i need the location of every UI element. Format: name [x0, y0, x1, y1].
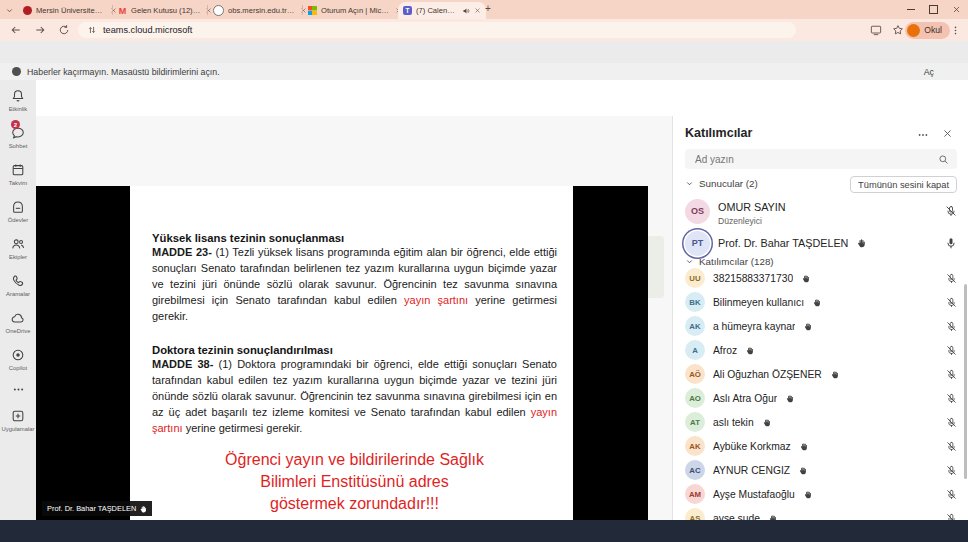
cast-icon[interactable]	[868, 22, 884, 38]
mic-off-icon[interactable]	[946, 345, 957, 356]
windows-taskbar: O X W 15°C Çok bulutlu 14:08 26.02.2026 …	[0, 520, 968, 542]
minimize-button[interactable]	[899, 0, 922, 19]
new-tab-button[interactable]: +	[483, 4, 493, 14]
participant-role: Düzenleyici	[718, 216, 786, 226]
rail-item-activity[interactable]: Etkinlik	[0, 86, 36, 112]
mic-off-icon[interactable]	[946, 441, 957, 452]
rail-item-copilot[interactable]: Copilot	[0, 345, 36, 371]
mersin-favicon	[23, 6, 32, 15]
mic-off-icon[interactable]	[946, 297, 957, 308]
doc-paragraph-madde23: MADDE 23- (1) Tezli yüksek lisans progra…	[152, 244, 557, 324]
raised-hand-icon	[812, 298, 821, 307]
browser-tab-teams-login[interactable]: Oturum Açın | Microsoft Teams	[303, 2, 407, 19]
chat-badge: 2	[11, 120, 20, 129]
close-tab-icon[interactable]	[474, 7, 481, 14]
rail-item-calls[interactable]: Aramalar	[0, 271, 36, 297]
doc-red-note: Öğrenci yayın ve bildirilerinde Sağlık B…	[152, 449, 557, 515]
raised-hand-icon	[139, 505, 147, 513]
mic-off-icon[interactable]	[946, 393, 957, 404]
collapse-chevron-icon[interactable]	[685, 179, 694, 188]
mic-off-icon[interactable]	[946, 273, 957, 284]
avatar: AM	[685, 484, 705, 504]
participant-search-input[interactable]	[693, 153, 938, 166]
participant-row[interactable]: AC AYNUR CENGİZ	[685, 458, 957, 482]
profile-label: Okul	[924, 25, 942, 35]
tab-title: obs.mersin.edu.tr/oibs/index.a	[228, 6, 296, 15]
participant-row[interactable]: AK Aybüke Korkmaz	[685, 434, 957, 458]
raised-hand-icon	[798, 466, 807, 475]
browser-profile-button[interactable]: Okul	[905, 22, 950, 39]
teams-favicon	[403, 6, 412, 15]
forward-button[interactable]	[32, 22, 48, 38]
mic-off-icon[interactable]	[946, 465, 957, 476]
mic-off-icon[interactable]	[945, 205, 957, 217]
rail-item-apps[interactable]: Uygulamalar	[0, 406, 36, 432]
hosts-section-header[interactable]: Sunucular (2)	[685, 178, 758, 189]
participants-panel: Katılımcılar Sunucular (2) Tümünün sesin…	[672, 116, 968, 520]
bell-icon	[11, 89, 25, 103]
tab-search-chevron-icon[interactable]	[5, 6, 14, 15]
avatar: AC	[685, 460, 705, 480]
raised-hand-icon	[762, 418, 771, 427]
participant-row[interactable]: AÖ Ali Oğuzhan ÖZŞENER	[685, 362, 957, 386]
mic-off-icon[interactable]	[946, 321, 957, 332]
info-icon	[12, 67, 21, 76]
meeting-stage-area: EU Ecz. Bil... BD Beyza ... DB Derya ...…	[36, 116, 672, 520]
url-field[interactable]: teams.cloud.microsoft	[78, 22, 796, 38]
browser-menu-icon[interactable]	[948, 22, 964, 38]
participant-name: OMUR SAYIN	[718, 201, 786, 213]
collapse-chevron-icon[interactable]	[685, 257, 694, 266]
tab-audio-icon[interactable]	[462, 7, 470, 15]
browser-tab-gmail[interactable]: M Gelen Kutusu (12) - omursayin	[113, 2, 217, 19]
host-row-bahar-tasdelen[interactable]: PT Prof. Dr. Bahar TAŞDELEN	[685, 228, 957, 258]
notice-enable-link[interactable]: Aç	[924, 67, 934, 77]
participant-name: Aybüke Korkmaz	[713, 441, 791, 452]
avatar: AK	[685, 436, 705, 456]
rail-item-chat[interactable]: 2 Sohbet	[0, 123, 36, 149]
browser-tab-obs[interactable]: obs.mersin.edu.tr/oibs/index.a	[208, 2, 312, 19]
participant-name: Aslı Atra Oğur	[713, 393, 777, 404]
panel-scrollbar[interactable]	[964, 284, 967, 479]
back-button[interactable]	[8, 22, 24, 38]
mic-off-icon[interactable]	[946, 369, 957, 380]
panel-close-icon[interactable]	[942, 128, 953, 139]
rail-item-onedrive[interactable]: OneDrive	[0, 308, 36, 334]
participant-name: Ayşe Mustafaoğlu	[713, 489, 795, 500]
participant-row[interactable]: UU 38215883371730	[685, 266, 957, 290]
more-icon	[12, 383, 25, 396]
participant-name: a hümeyra kaynar	[713, 321, 795, 332]
window-controls	[899, 0, 968, 19]
avatar: AK	[685, 316, 705, 336]
raised-hand-icon	[785, 394, 794, 403]
participant-row[interactable]: AO Aslı Atra Oğur	[685, 386, 957, 410]
mic-on-icon[interactable]	[945, 237, 957, 249]
participant-row[interactable]: AM Ayşe Mustafaoğlu	[685, 482, 957, 506]
rail-item-teams[interactable]: Ekipler	[0, 234, 36, 260]
participant-row[interactable]: A Afroz	[685, 338, 957, 362]
panel-more-options-icon[interactable]	[917, 129, 929, 141]
maximize-button[interactable]	[922, 0, 945, 19]
mic-off-icon[interactable]	[946, 417, 957, 428]
rail-item-assignments[interactable]: Ödevler	[0, 197, 36, 223]
raised-hand-icon	[801, 274, 810, 283]
close-window-button[interactable]	[945, 0, 968, 19]
presenter-name-chip: Prof. Dr. Bahar TAŞDELEN	[42, 501, 152, 516]
rail-item-calendar[interactable]: Takvim	[0, 160, 36, 186]
raised-hand-icon	[803, 490, 812, 499]
browser-tab-mersin[interactable]: Mersin Üniversitesi - Akademik	[18, 2, 122, 19]
mute-all-button[interactable]: Tümünün sesini kapat	[850, 176, 957, 193]
participant-row[interactable]: AK a hümeyra kaynar	[685, 314, 957, 338]
rail-item-more[interactable]	[0, 380, 36, 398]
participant-row[interactable]: BK Bilinmeyen kullanıcı	[685, 290, 957, 314]
shared-document: Yüksek lisans tezinin sonuçlanması MADDE…	[130, 186, 573, 520]
participant-search-box[interactable]	[685, 149, 957, 169]
participant-row[interactable]: AT aslı tekin	[685, 410, 957, 434]
mic-off-icon[interactable]	[946, 489, 957, 500]
reload-button[interactable]	[56, 22, 72, 38]
browser-tab-calendar-active[interactable]: (7) Calendar | Oryantasyon	[398, 2, 486, 19]
presenter-name: Prof. Dr. Bahar TAŞDELEN	[47, 504, 136, 513]
notice-text: Haberler kaçırmayın. Masaüstü bildirimle…	[27, 67, 220, 77]
site-settings-icon[interactable]	[87, 25, 97, 35]
host-row-omur-sayin[interactable]: OS OMUR SAYIN Düzenleyici	[685, 196, 957, 226]
bookmark-star-icon[interactable]	[890, 22, 906, 38]
